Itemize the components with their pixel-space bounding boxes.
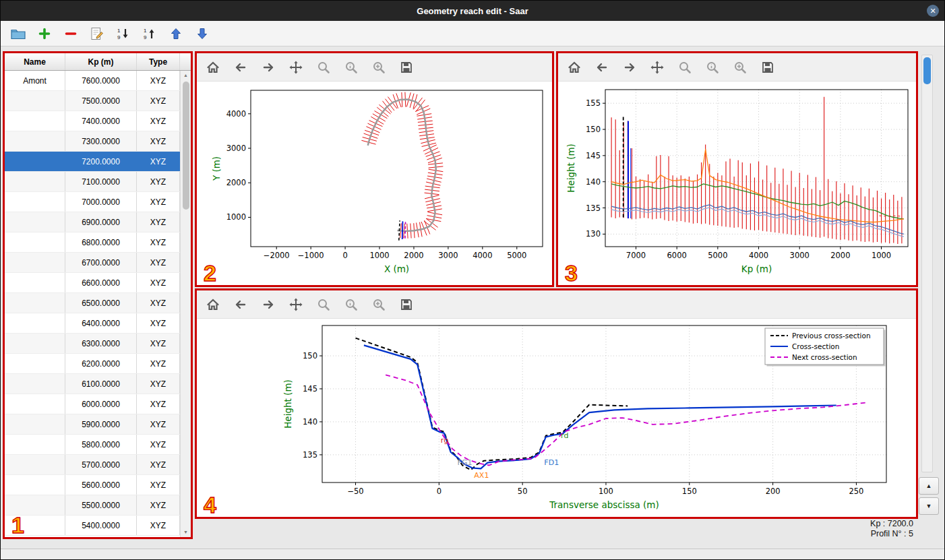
table-cell[interactable]: XYZ	[137, 435, 180, 454]
table-cell[interactable]: XYZ	[137, 273, 180, 292]
table-row[interactable]: 6200.0000XYZ	[5, 354, 180, 374]
table-cell[interactable]	[5, 435, 65, 454]
table-cell[interactable]: 7000.0000	[65, 192, 137, 212]
table-cell[interactable]: 7300.0000	[65, 131, 137, 151]
profile-scrollbar[interactable]	[921, 55, 933, 472]
table-cell[interactable]: XYZ	[137, 516, 180, 535]
table-cell[interactable]: 7100.0000	[65, 172, 137, 191]
zoom-icon[interactable]	[315, 59, 332, 75]
zoom-rect-icon[interactable]	[371, 59, 387, 75]
table-cell[interactable]	[5, 273, 65, 292]
table-cell[interactable]	[5, 212, 65, 232]
table-row[interactable]: 7100.0000XYZ	[5, 172, 180, 192]
table-cell[interactable]: XYZ	[137, 313, 180, 333]
pan-icon[interactable]	[288, 297, 304, 313]
table-cell[interactable]	[5, 111, 65, 131]
table-cell[interactable]: 7500.0000	[65, 91, 137, 111]
table-row[interactable]: 6100.0000XYZ	[5, 374, 180, 394]
table-cell[interactable]: 6800.0000	[65, 232, 137, 252]
table-scrollbar-thumb[interactable]	[183, 82, 189, 210]
table-row[interactable]: 7500.0000XYZ	[5, 91, 180, 111]
zoom-rect-icon[interactable]	[732, 59, 748, 75]
zoom-rect-icon[interactable]	[371, 297, 387, 313]
zoom-icon[interactable]	[677, 59, 693, 75]
move-down-arrow-icon[interactable]	[194, 26, 210, 42]
table-cell[interactable]	[5, 253, 65, 272]
forward-icon[interactable]	[260, 59, 276, 75]
table-cell[interactable]: XYZ	[137, 71, 180, 90]
table-cell[interactable]: 5500.0000	[65, 495, 137, 515]
table-cell[interactable]: 6000.0000	[65, 394, 137, 414]
table-cell[interactable]	[5, 313, 65, 333]
table-cell[interactable]	[5, 374, 65, 394]
table-cell[interactable]: XYZ	[137, 172, 180, 191]
table-row[interactable]: 6500.0000XYZ	[5, 293, 180, 313]
table-cell[interactable]: 7600.0000	[65, 71, 137, 90]
zoom-icon[interactable]	[315, 297, 332, 313]
previous-profile-button[interactable]: ▲	[919, 477, 939, 495]
forward-icon[interactable]	[260, 297, 276, 313]
table-cell[interactable]: XYZ	[137, 152, 180, 171]
home-icon[interactable]	[566, 59, 582, 75]
table-cell[interactable]: 5600.0000	[65, 475, 137, 495]
table-cell[interactable]: 6400.0000	[65, 313, 137, 333]
table-row[interactable]: 6700.0000XYZ	[5, 253, 180, 273]
table-cell[interactable]: 5900.0000	[65, 414, 137, 434]
table-row[interactable]: 5500.0000XYZ	[5, 495, 180, 516]
back-icon[interactable]	[233, 297, 249, 313]
zoom-info-icon[interactable]	[704, 59, 721, 75]
open-folder-icon[interactable]	[10, 26, 26, 42]
table-cell[interactable]: XYZ	[137, 374, 180, 394]
table-cell[interactable]: 6900.0000	[65, 212, 137, 232]
table-cell[interactable]: XYZ	[137, 495, 180, 515]
column-header-name[interactable]: Name	[5, 53, 65, 70]
table-cell[interactable]: XYZ	[137, 293, 180, 313]
forward-icon[interactable]	[621, 59, 638, 75]
table-cell[interactable]	[5, 394, 65, 414]
table-row[interactable]: 5400.0000XYZ	[5, 516, 180, 536]
table-row[interactable]: 6400.0000XYZ	[5, 313, 180, 334]
table-cell[interactable]: XYZ	[137, 111, 180, 131]
table-cell[interactable]	[5, 455, 65, 474]
table-cell[interactable]: 7200.0000	[65, 152, 137, 171]
table-cell[interactable]: XYZ	[137, 414, 180, 434]
table-cell[interactable]: 5800.0000	[65, 435, 137, 454]
table-row[interactable]: 7200.0000XYZ	[5, 152, 180, 172]
table-cell[interactable]	[5, 354, 65, 373]
sort-ascending-icon[interactable]: 19	[115, 26, 131, 42]
table-row[interactable]: 7000.0000XYZ	[5, 192, 180, 212]
table-cell[interactable]: 5400.0000	[65, 516, 137, 535]
table-row[interactable]: 6000.0000XYZ	[5, 394, 180, 414]
home-icon[interactable]	[205, 59, 221, 75]
table-cell[interactable]	[5, 91, 65, 111]
sort-descending-icon[interactable]: 19	[142, 26, 158, 42]
longitudinal-profile-plot[interactable]: 7000600050004000300020001000130135140145…	[558, 82, 916, 284]
table-cell[interactable]: XYZ	[137, 232, 180, 252]
pan-icon[interactable]	[288, 59, 304, 75]
save-icon[interactable]	[398, 297, 415, 313]
save-icon[interactable]	[398, 59, 415, 75]
table-cell[interactable]: XYZ	[137, 455, 180, 474]
profile-scrollbar-thumb[interactable]	[923, 57, 931, 84]
edit-profile-icon[interactable]	[89, 26, 105, 42]
table-cell[interactable]	[5, 172, 65, 191]
back-icon[interactable]	[233, 59, 249, 75]
column-header-type[interactable]: Type	[137, 53, 180, 70]
table-cell[interactable]	[5, 232, 65, 252]
table-cell[interactable]: XYZ	[137, 475, 180, 495]
table-row[interactable]: 6300.0000XYZ	[5, 334, 180, 354]
table-row[interactable]: 7300.0000XYZ	[5, 131, 180, 152]
table-cell[interactable]	[5, 152, 65, 171]
table-cell[interactable]	[5, 414, 65, 434]
cross-section-plot[interactable]: rgrdFG1AX1FD1−50050100150200250135140145…	[197, 319, 916, 516]
table-cell[interactable]	[5, 293, 65, 313]
move-up-arrow-icon[interactable]	[168, 26, 184, 42]
column-header-kp[interactable]: Kp (m)	[65, 53, 137, 70]
zoom-info-icon[interactable]	[343, 59, 359, 75]
table-cell[interactable]: XYZ	[137, 212, 180, 232]
table-row[interactable]: 7400.0000XYZ	[5, 111, 180, 131]
table-cell[interactable]: 7400.0000	[65, 111, 137, 131]
table-row[interactable]: 5900.0000XYZ	[5, 414, 180, 435]
table-cell[interactable]: 6300.0000	[65, 334, 137, 353]
table-cell[interactable]: XYZ	[137, 354, 180, 373]
